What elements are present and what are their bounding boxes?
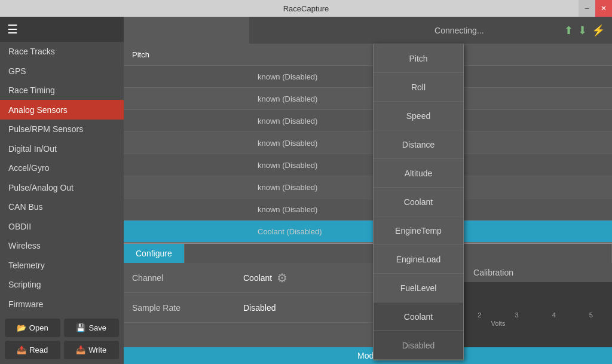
sidebar-item-wireless[interactable]: Wireless [0,236,124,256]
download-icon[interactable]: ⬇ [578,24,587,37]
dropdown-item-roll[interactable]: Roll [374,73,463,102]
sidebar-item-race-tracks[interactable]: Race Tracks [0,42,124,62]
topbar-left [124,17,249,44]
minimize-button[interactable]: – [579,0,595,17]
channel-row-pitch[interactable]: Pitch [124,44,612,66]
config-tabs: Configure Calibration [124,244,612,263]
sidebar-item-obdii[interactable]: OBDII [0,216,124,236]
channel-row-3[interactable]: known (Disabled) [124,110,612,132]
sidebar-item-race-timing[interactable]: Race Timing [0,81,124,100]
dropdown-item-speed[interactable]: Speed [374,102,463,130]
dropdown-item-coolant-1[interactable]: Coolant [374,188,463,216]
sidebar-item-firmware[interactable]: Firmware [0,295,124,314]
sidebar-item-analog-sensors[interactable]: Analog Sensors [0,100,124,120]
sample-rate-config-row: Sample Rate Disabled [124,293,375,323]
sample-rate-value: Disabled [243,303,375,313]
open-button[interactable]: 📂 Open [5,319,60,337]
channel-row-2[interactable]: known (Disabled) [124,88,612,110]
sample-rate-label: Sample Rate [124,303,243,313]
content-area: Connecting... ⬆ ⬇ ⚡ Pitch known (Disable… [124,17,612,364]
dropdown-item-distance[interactable]: Distance [374,130,463,159]
read-button[interactable]: 📤 Read [5,341,60,359]
sidebar-item-telemetry[interactable]: Telemetry [0,255,124,275]
dropdown-item-fuellevel[interactable]: FuelLevel [374,274,463,302]
gear-icon[interactable]: ⚙ [277,271,287,285]
sidebar: ☰ Race Tracks GPS Race Timing Analog Sen… [0,17,124,364]
config-area: Configure Calibration Channel Coolant ⚙ … [124,243,612,347]
channel-name-pitch: Pitch [124,50,249,59]
open-icon: 📂 [17,323,26,332]
dropdown-item-coolant-2[interactable]: Coolant [374,302,463,331]
sidebar-item-pulse-rpm[interactable]: Pulse/RPM Sensors [0,120,124,139]
topbar-icons: ⬆ ⬇ ⚡ [564,24,612,37]
channel-config-value: Coolant ⚙ [243,271,375,285]
channel-row-5[interactable]: known (Disabled) [124,154,612,176]
hamburger-icon[interactable]: ☰ [7,22,18,36]
channel-row-7[interactable]: known (Disabled) [124,198,612,221]
dropdown-item-enginetemp[interactable]: EngineTemp [374,216,463,245]
titlebar: RaceCapture – ✕ [0,0,612,17]
connecting-status: Connecting... [354,26,564,35]
channel-config-row: Channel Coolant ⚙ [124,263,375,293]
save-button[interactable]: 💾 Save [64,319,120,337]
sidebar-header: ☰ [0,17,124,42]
dropdown-item-engineload[interactable]: EngineLoad [374,245,463,274]
sidebar-item-digital-inout[interactable]: Digital In/Out [0,139,124,158]
window-controls: – ✕ [579,0,612,17]
upload-icon[interactable]: ⬆ [564,24,573,37]
channel-row-4[interactable]: known (Disabled) [124,132,612,154]
sidebar-item-scripting[interactable]: Scripting [0,275,124,295]
sidebar-item-pulse-analog-out[interactable]: Pulse/Analog Out [0,178,124,197]
mode-bar: Mode [124,347,612,364]
close-button[interactable]: ✕ [595,0,612,17]
sidebar-item-can-bus[interactable]: CAN Bus [0,197,124,217]
dropdown-item-altitude[interactable]: Altitude [374,159,463,188]
sidebar-item-gps[interactable]: GPS [0,61,124,81]
power-icon[interactable]: ⚡ [592,24,605,37]
dropdown-item-pitch[interactable]: Pitch [374,44,463,73]
write-icon: 📥 [76,345,85,354]
sidebar-item-accel-gyro[interactable]: Accel/Gyro [0,158,124,178]
channel-list: Pitch known (Disabled) known (Disabled) … [124,44,612,243]
read-icon: 📤 [17,345,26,354]
sidebar-actions: 📂 Open 💾 Save 📤 Read 📥 Write [0,314,124,364]
config-body: Channel Coolant ⚙ Sample Rate Disabled [124,263,612,347]
save-icon: 💾 [76,323,85,332]
tab-configure[interactable]: Configure [124,244,185,263]
channel-row-1[interactable]: known (Disabled) [124,66,612,88]
topbar: Connecting... ⬆ ⬇ ⚡ [124,17,612,44]
config-left: Channel Coolant ⚙ Sample Rate Disabled [124,263,375,347]
channel-row-6[interactable]: known (Disabled) [124,176,612,198]
channel-dropdown[interactable]: Pitch Roll Speed Distance Altitude Coola… [373,44,464,360]
write-button[interactable]: 📥 Write [64,341,120,359]
channel-row-coolant[interactable]: Coolant (Disabled) [124,221,612,243]
app-title: RaceCapture [283,4,329,13]
channel-config-label: Channel [124,273,243,283]
dropdown-item-disabled[interactable]: Disabled [374,331,463,360]
main-area: ☰ Race Tracks GPS Race Timing Analog Sen… [0,17,612,364]
